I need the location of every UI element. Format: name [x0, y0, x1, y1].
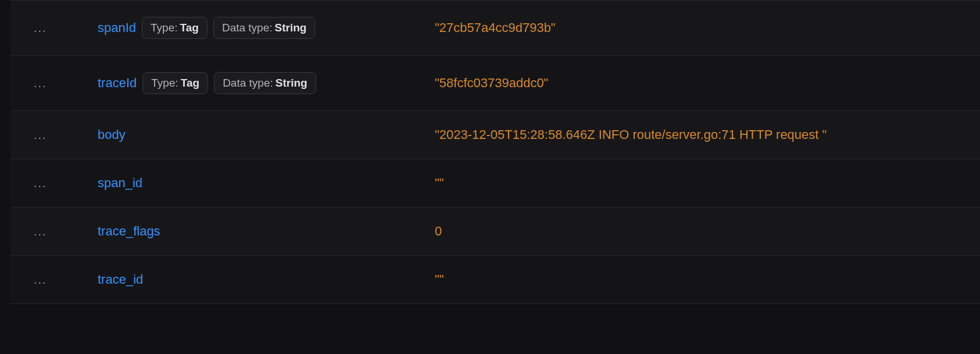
- datatype-badge-label: Data type:: [223, 77, 273, 90]
- type-badge-label: Type:: [151, 22, 177, 34]
- row-actions[interactable]: ...: [34, 77, 98, 90]
- field-name-link[interactable]: traceId: [98, 76, 137, 91]
- datatype-badge-value: String: [276, 77, 307, 90]
- datatype-badge: Data type: String: [214, 72, 316, 94]
- field-key-cell: trace_id: [98, 272, 435, 287]
- field-name-link[interactable]: body: [98, 127, 126, 142]
- type-badge-value: Tag: [181, 77, 199, 90]
- table-row: ... trace_id "": [10, 256, 980, 304]
- field-value: "2023-12-05T15:28:58.646Z INFO route/ser…: [435, 127, 970, 142]
- field-key-cell: trace_flags: [98, 224, 435, 239]
- field-key-cell: span_id: [98, 176, 435, 191]
- field-key-cell: traceId Type: Tag Data type: String: [98, 72, 435, 94]
- datatype-badge-label: Data type:: [222, 22, 273, 34]
- field-key-cell: body: [98, 127, 435, 142]
- field-value: "58fcfc03739addc0": [435, 76, 970, 91]
- datatype-badge: Data type: String: [213, 17, 316, 39]
- field-value: "": [435, 272, 970, 287]
- field-name-link[interactable]: span_id: [98, 176, 142, 191]
- field-name-link[interactable]: trace_flags: [98, 224, 160, 239]
- type-badge: Type: Tag: [142, 72, 208, 94]
- field-value: "": [435, 176, 970, 191]
- type-badge-value: Tag: [180, 22, 199, 34]
- field-name-link[interactable]: spanId: [98, 20, 136, 35]
- type-badge: Type: Tag: [142, 17, 208, 39]
- row-actions[interactable]: ...: [34, 177, 98, 190]
- row-actions[interactable]: ...: [34, 273, 98, 287]
- table-row: ... body "2023-12-05T15:28:58.646Z INFO …: [10, 111, 980, 159]
- table-row: ... trace_flags 0: [10, 208, 980, 256]
- table-row: ... spanId Type: Tag Data type: String "…: [10, 0, 980, 56]
- datatype-badge-value: String: [275, 22, 307, 34]
- table-row: ... traceId Type: Tag Data type: String …: [10, 56, 980, 111]
- row-actions[interactable]: ...: [34, 128, 98, 142]
- field-value: "27cb57a4cc9d793b": [435, 20, 970, 35]
- table-row: ... span_id "": [10, 159, 980, 208]
- row-actions[interactable]: ...: [34, 225, 98, 238]
- field-value: 0: [435, 224, 970, 239]
- row-actions[interactable]: ...: [34, 22, 98, 35]
- fields-table: ... spanId Type: Tag Data type: String "…: [0, 0, 980, 304]
- field-name-link[interactable]: trace_id: [98, 272, 143, 287]
- field-key-cell: spanId Type: Tag Data type: String: [98, 17, 435, 39]
- type-badge-label: Type:: [151, 77, 178, 90]
